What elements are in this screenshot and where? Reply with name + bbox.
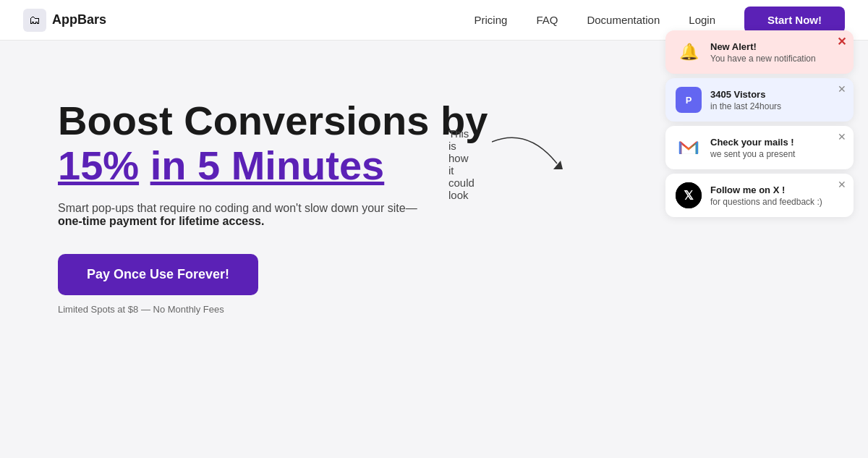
notification-visitors: P 3405 Vistors in the last 24hours ✕ [665, 78, 854, 122]
logo-text: AppBars [52, 12, 106, 27]
x-icon: 𝕏 [676, 182, 702, 208]
arrow-svg [492, 135, 564, 178]
notif-twitter-desc: for questions and feedback :) [710, 197, 843, 207]
notif-alert-desc: You have a new notification [710, 54, 843, 64]
notifications-panel: 🔔 New Alert! You have a new notification… [665, 30, 854, 217]
nav-faq[interactable]: FAQ [536, 14, 558, 26]
cta-button[interactable]: Pay Once Use Forever! [58, 254, 258, 295]
svg-text:𝕏: 𝕏 [684, 189, 694, 203]
notif-alert-close[interactable]: ✕ [837, 36, 846, 48]
notification-twitter: 𝕏 Follow me on X ! for questions and fee… [665, 174, 854, 217]
bell-icon: 🔔 [676, 39, 702, 65]
hero-subtitle: Smart pop-ups that require no coding and… [58, 202, 434, 228]
logo: 🗂 AppBars [23, 9, 106, 32]
nav-pricing[interactable]: Pricing [475, 14, 508, 26]
notif-alert-content: New Alert! You have a new notification [710, 41, 843, 64]
hero-highlight-percent[interactable]: 15% [58, 143, 139, 188]
notif-mail-title: Check your mails ! [710, 137, 843, 148]
visitors-icon: P [676, 87, 702, 113]
cta-subtext: Limited Spots at $8 — No Monthly Fees [58, 304, 810, 315]
hero-subtitle-normal: Smart pop-ups that require no coding and… [58, 202, 417, 214]
notif-mail-content: Check your mails ! we sent you a present [710, 137, 843, 159]
notif-visitors-desc: in the last 24hours [710, 101, 843, 111]
notif-twitter-close[interactable]: ✕ [838, 179, 846, 190]
svg-text:P: P [686, 95, 692, 106]
notification-alert: 🔔 New Alert! You have a new notification… [665, 30, 854, 74]
notif-alert-title: New Alert! [710, 41, 843, 52]
logo-icon: 🗂 [23, 9, 46, 32]
nav-documentation[interactable]: Documentation [587, 14, 660, 26]
hero-subtitle-bold: one-time payment for lifetime access. [58, 215, 264, 227]
hero-in-text: in [150, 143, 197, 188]
notification-mail: Check your mails ! we sent you a present… [665, 126, 854, 169]
notif-mail-close[interactable]: ✕ [838, 132, 846, 142]
notif-twitter-title: Follow me on X ! [710, 185, 843, 195]
notif-visitors-close[interactable]: ✕ [838, 84, 846, 94]
notif-visitors-title: 3405 Vistors [710, 89, 843, 100]
hero-highlight-time[interactable]: 5 Minutes [197, 143, 384, 188]
gmail-icon [676, 135, 702, 161]
notif-mail-desc: we sent you a present [710, 149, 843, 159]
hero-title-line1: Boost Conversions by [58, 98, 488, 143]
start-now-button[interactable]: Start Now! [744, 7, 845, 33]
nav-links: Pricing FAQ Documentation Login [475, 14, 715, 26]
notif-twitter-content: Follow me on X ! for questions and feedb… [710, 185, 843, 207]
svg-marker-0 [553, 161, 563, 169]
notif-visitors-content: 3405 Vistors in the last 24hours [710, 89, 843, 111]
nav-login[interactable]: Login [689, 14, 715, 26]
arrow-label: This is how it could look [448, 127, 475, 201]
